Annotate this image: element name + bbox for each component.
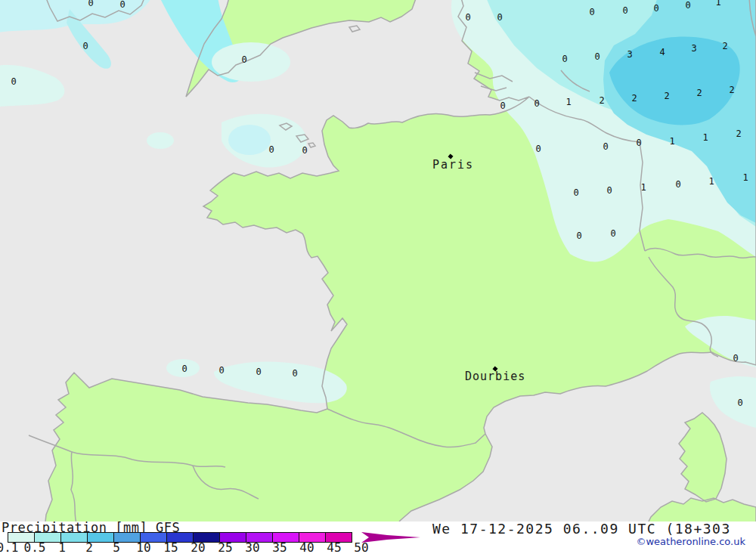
precip-area-cornwall xyxy=(212,42,290,82)
scale-label: 0.5 xyxy=(24,542,46,554)
scale-label: 10 xyxy=(136,542,150,554)
scale-label: 25 xyxy=(218,542,232,554)
scale-label: 35 xyxy=(272,542,287,554)
valid-time-label: We 17-12-2025 06..09 UTC (18+303 xyxy=(432,521,731,537)
scale-label: 50 xyxy=(354,542,368,554)
copyright-link[interactable]: ©weatheronline.co.uk xyxy=(636,536,745,547)
scale-label: 30 xyxy=(245,542,259,554)
precip-core-channel-islands xyxy=(228,125,271,155)
precip-patch-west-channel xyxy=(147,132,174,149)
scale-label: 5 xyxy=(113,542,120,554)
scale-label: 40 xyxy=(299,542,314,554)
map-canvas xyxy=(0,0,756,522)
scale-label: 1 xyxy=(58,542,66,554)
scale-label: 2 xyxy=(85,542,93,554)
scale-label: 20 xyxy=(191,542,205,554)
scale-label: 45 xyxy=(327,542,341,554)
scale-label: 15 xyxy=(163,542,178,554)
precipitation-map: 0000000000010034320012222200000112001011… xyxy=(0,0,756,522)
precip-patch-biscay-small xyxy=(166,359,200,377)
scale-label: 0.1 xyxy=(0,542,18,554)
scale-arrow xyxy=(361,532,422,543)
weather-map-page: 0000000000010034320012222200000112001011… xyxy=(0,0,756,554)
legend-bar: Precipitation [mm] GFS 0.10.512510152025… xyxy=(0,522,756,554)
